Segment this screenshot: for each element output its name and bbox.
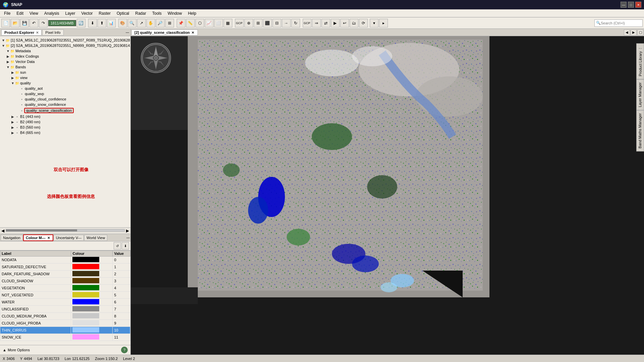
colour-tab-close[interactable]: ✕ — [47, 236, 51, 240]
view-forward-button[interactable]: ▶ — [631, 29, 637, 35]
tab-uncertainty[interactable]: Uncertainty V--- — [54, 235, 84, 241]
colour-table-row[interactable]: CLOUD_MEDIUM_PROBA8 — [0, 313, 130, 320]
scatter-button[interactable]: ⬜ — [214, 19, 223, 27]
colocate-button[interactable]: ⊕ — [244, 19, 253, 27]
profile-button[interactable]: 📈 — [205, 19, 214, 27]
tab-navigation[interactable]: Navigation — [1, 235, 23, 241]
view-maximize-button[interactable]: ▢ — [637, 29, 643, 35]
colour-reset-button[interactable]: ↺ — [114, 242, 121, 249]
colour-table-row[interactable]: NODATA0 — [0, 257, 130, 264]
tree-node-b3[interactable]: ▶ ▪ B3 (560 nm) — [1, 125, 129, 130]
colour-table-row[interactable]: NOT_VEGETATED5 — [0, 292, 130, 299]
menu-file[interactable]: File — [1, 10, 13, 16]
colour-table-row[interactable]: SNOW_ICE11 — [0, 334, 130, 341]
zoom-button[interactable]: 🔎 — [156, 19, 165, 27]
expand-button[interactable]: ▾ — [370, 19, 378, 27]
tab-pixel-info[interactable]: Pixel Info — [42, 29, 63, 35]
tree-node-b2[interactable]: ▶ ▪ B2 (490 nm) — [1, 119, 129, 125]
toggle-b4[interactable]: ▶ — [11, 131, 15, 135]
select-button[interactable]: ↗ — [137, 19, 146, 27]
repeat-button[interactable]: ⟳ — [359, 19, 368, 27]
view-tab-close[interactable]: ✕ — [191, 31, 195, 34]
zoom-in-button[interactable]: 🔍 — [128, 19, 136, 27]
tree-node-quality[interactable]: ▼ 📁 quality — [1, 80, 129, 86]
shape-button[interactable]: ⬡ — [195, 19, 204, 27]
tree-node-quality-scene[interactable]: ▪ quality_scene_classification — [1, 107, 129, 114]
colour-table-row[interactable]: WATER6 — [0, 299, 130, 306]
toggle-b2[interactable]: ▶ — [11, 120, 15, 124]
nav-minimize-button[interactable]: — — [126, 236, 130, 239]
side-tab-band-maths[interactable]: Band Maths Manager — [636, 110, 644, 151]
menu-radar[interactable]: Radar — [132, 10, 149, 16]
tab-scene-classification[interactable]: [2] quality_scene_classification ✕ — [131, 29, 198, 35]
toggle-s2a2[interactable]: ▼ — [1, 44, 5, 48]
gcp2-button[interactable]: GCP — [303, 19, 311, 27]
save-button[interactable]: 💾 — [20, 19, 29, 27]
gcp-button[interactable]: GCP — [235, 19, 244, 27]
menu-optical[interactable]: Optical — [114, 10, 132, 16]
toggle-bands[interactable]: ▼ — [6, 65, 10, 69]
more-options-button[interactable]: ▲ More Options ? — [0, 345, 130, 355]
transform-button[interactable]: ⇄ — [321, 19, 330, 27]
toggle-sun[interactable]: ▶ — [11, 70, 15, 74]
scroll-right[interactable]: ▶ — [126, 228, 129, 233]
layer-btn[interactable]: 🗂 — [350, 19, 358, 27]
tree-node-vectordata[interactable]: ▶ 📁 Vector Data — [1, 59, 129, 64]
minimize-button[interactable]: — — [621, 2, 627, 8]
side-tab-layer-manager[interactable]: Layer Manager — [636, 79, 644, 110]
toggle-b1[interactable]: ▶ — [11, 115, 15, 119]
help-button[interactable]: ? — [121, 347, 128, 353]
back-button[interactable]: ↩ — [340, 19, 349, 27]
colour-import-button[interactable]: ⬇ — [122, 242, 129, 249]
redo-button[interactable]: ↷ — [39, 19, 48, 27]
ruler-button[interactable]: 📏 — [186, 19, 195, 27]
forward-button[interactable]: ▶ — [331, 19, 340, 27]
pin-button[interactable]: 📌 — [177, 19, 185, 27]
view-back-button[interactable]: ◀ — [624, 29, 630, 35]
toggle-indexcodings[interactable]: ▶ — [6, 54, 10, 58]
colour-table-row[interactable]: SATURATED_DEFECTIVE1 — [0, 264, 130, 271]
tree-node-metadata[interactable]: ▼ 📁 Metadata — [1, 48, 129, 54]
collapse-button[interactable]: ▸ — [379, 19, 388, 27]
maximize-button[interactable]: □ — [628, 2, 634, 8]
menu-window[interactable]: Window — [165, 10, 185, 16]
toggle-quality[interactable]: ▼ — [11, 81, 15, 85]
import-button[interactable]: ⬇ — [88, 19, 97, 27]
side-tab-product-library[interactable]: Product Library ⋮ — [636, 44, 644, 79]
tree-node-s2a1[interactable]: ▼ 📁 [1] S2A_MSIL1C_20190628T023551_N0207… — [1, 38, 129, 43]
search-input[interactable] — [601, 21, 641, 25]
menu-edit[interactable]: Edit — [14, 10, 26, 16]
toggle-vectordata[interactable]: ▶ — [6, 60, 10, 64]
search-box[interactable]: 🔍 — [594, 19, 643, 27]
colour-table-row[interactable]: THIN_CIRRUS10 — [0, 327, 130, 334]
menu-vector[interactable]: Vector — [79, 10, 96, 16]
mosaic-button[interactable]: ⊞ — [254, 19, 262, 27]
tab-colour-manager[interactable]: Colour M--- ✕ — [23, 234, 53, 241]
image-area[interactable]: Product Library ⋮ Layer Manager Band Mat… — [131, 36, 644, 355]
toggle-s2a1[interactable]: ▼ — [1, 38, 5, 42]
pe-close-icon[interactable]: ✕ — [36, 31, 39, 34]
tree-node-sun[interactable]: ▶ 📁 sun — [1, 70, 129, 75]
graph-button[interactable]: 📊 — [107, 19, 116, 27]
tree-node-quality-cloud[interactable]: ▪ quality_cloud_confidence — [1, 96, 129, 102]
tab-product-explorer[interactable]: Product Explorer ✕ — [1, 29, 42, 35]
toggle-metadata[interactable]: ▼ — [6, 49, 10, 53]
menu-raster[interactable]: Raster — [96, 10, 113, 16]
tree-node-b4[interactable]: ▶ ▪ B4 (665 nm) — [1, 130, 129, 135]
tab-world-view[interactable]: World View — [84, 235, 107, 241]
stack-button[interactable]: ⬛ — [263, 19, 272, 27]
close-button[interactable]: ✕ — [635, 2, 641, 8]
tree-node-s2a2[interactable]: ▼ 📁 [2] S2A_MSIL2A_20190628T023551_N9999… — [1, 43, 129, 48]
tree-node-view[interactable]: ▶ 📁 view — [1, 75, 129, 80]
new-button[interactable]: 📄 — [1, 19, 10, 27]
colour-table-row[interactable]: CLOUD_HIGH_PROBA9 — [0, 320, 130, 327]
histogram-button[interactable]: ▦ — [224, 19, 232, 27]
undo-button[interactable]: ↶ — [30, 19, 38, 27]
menu-layer[interactable]: Layer — [63, 10, 78, 16]
colour-table-row[interactable]: CLOUD_SHADOW3 — [0, 278, 130, 285]
menu-help[interactable]: Help — [185, 10, 199, 16]
menu-analysis[interactable]: Analysis — [42, 10, 62, 16]
pan-button[interactable]: ✋ — [147, 19, 155, 27]
navigation-compass[interactable] — [141, 43, 171, 73]
scroll-left[interactable]: ◀ — [1, 228, 4, 233]
